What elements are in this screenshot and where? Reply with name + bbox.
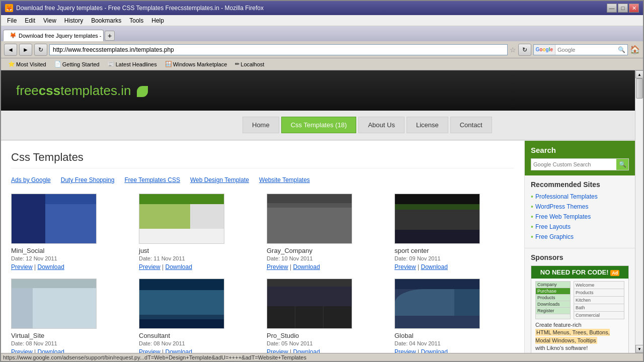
download-link-sport-center[interactable]: Download <box>421 263 447 270</box>
sidebar-search-button[interactable]: 🔍 <box>616 159 628 170</box>
bookmark-latest-headlines[interactable]: 📰 Latest Headlines <box>105 60 160 68</box>
download-link-gray-company[interactable]: Download <box>293 263 319 270</box>
tab-0[interactable]: 🦊 Download free Jquery templates - Free … <box>3 30 104 41</box>
download-link-consultant[interactable]: Download <box>165 348 192 353</box>
preview-link-virtual-site[interactable]: Preview <box>11 348 33 353</box>
search-go-icon[interactable]: 🔍 <box>616 46 627 53</box>
download-link-just[interactable]: Download <box>165 263 192 270</box>
template-name-mini-social: Mini_Social <box>11 247 131 254</box>
download-link-mini-social[interactable]: Download <box>37 263 64 270</box>
template-item-mini-social: Mini_Social Date: 12 Nov 2011 Preview | … <box>11 194 131 270</box>
ad-headline: NO NEED FOR CODE! Ad <box>531 266 628 279</box>
scrollbar-down-button[interactable]: ▼ <box>635 345 643 353</box>
menu-view[interactable]: View <box>39 16 60 25</box>
template-thumb-pro-studio <box>267 279 352 329</box>
bookmark-getting-started-label: Getting Started <box>62 61 100 67</box>
ad-link-duty-free[interactable]: Duty Free Shopping <box>61 176 115 184</box>
preview-link-sport-center[interactable]: Preview <box>394 263 416 270</box>
nav-license[interactable]: License <box>407 117 448 133</box>
template-date-global: Date: 04 Nov 2011 <box>394 340 514 346</box>
sponsor-menu-downloads[interactable]: Downloads <box>536 301 570 308</box>
status-text: https://www.google.com/adsense/support/b… <box>3 354 306 360</box>
preview-link-global[interactable]: Preview <box>394 348 416 353</box>
menu-tools[interactable]: Tools <box>125 16 147 25</box>
back-button[interactable]: ◄ <box>4 44 17 56</box>
reload-button[interactable]: ↻ <box>34 44 47 56</box>
nav-home[interactable]: Home <box>243 117 279 133</box>
template-thumb-just <box>139 194 224 244</box>
preview-link-mini-social[interactable]: Preview <box>11 263 33 270</box>
scrollbar-thumb[interactable] <box>636 78 643 99</box>
ad-link-free-templates[interactable]: Free Templates CSS <box>124 176 180 184</box>
site-logo: freecsstemplates.in <box>16 83 148 99</box>
home-button[interactable]: 🏠 <box>630 45 640 54</box>
submenu-products: Products <box>574 289 624 297</box>
window-controls[interactable]: — □ ✕ <box>607 4 639 13</box>
download-link-virtual-site[interactable]: Download <box>37 348 64 353</box>
link-wordpress-themes[interactable]: WordPress Themes <box>535 203 589 210</box>
ad-link-web-design[interactable]: Web Design Template <box>190 176 249 184</box>
search-engine-badge: Google <box>534 45 555 55</box>
template-date-pro-studio: Date: 05 Nov 2011 <box>267 340 386 346</box>
sponsor-menu-products[interactable]: Products <box>536 295 570 301</box>
template-links-virtual-site: Preview | Download <box>11 348 131 353</box>
recommended-sites-section: Recommended Sites Professional Templates… <box>525 175 635 248</box>
preview-link-pro-studio[interactable]: Preview <box>267 348 288 353</box>
template-name-consultant: Consultant <box>139 332 259 339</box>
bookmark-getting-started[interactable]: 📄 Getting Started <box>51 60 103 68</box>
preview-link-consultant[interactable]: Preview <box>139 348 160 353</box>
template-links-global: Preview | Download <box>394 348 514 353</box>
link-free-graphics[interactable]: Free Graphics <box>535 233 574 240</box>
bookmark-localhost[interactable]: ✏ Localhost <box>232 60 267 68</box>
minimize-button[interactable]: — <box>607 4 617 13</box>
sponsor-menu-company[interactable]: Company <box>536 282 570 288</box>
close-button[interactable]: ✕ <box>629 4 639 13</box>
scrollbar-up-button[interactable]: ▲ <box>635 70 643 78</box>
menu-history[interactable]: History <box>60 16 87 25</box>
link-free-web-templates[interactable]: Free Web Templates <box>535 213 591 220</box>
preview-link-gray-company[interactable]: Preview <box>267 263 288 270</box>
sponsors-section: Sponsors NO NEED FOR CODE! Ad Company Pu… <box>525 248 635 353</box>
nav-about[interactable]: About Us <box>358 117 404 133</box>
nav-css-templates[interactable]: Css Templates (18) <box>281 117 357 133</box>
template-thumb-virtual-site <box>11 279 97 329</box>
ad-link-ads-by-google[interactable]: Ads by Google <box>11 176 51 184</box>
template-thumb-mini-social <box>11 194 97 244</box>
forward-button[interactable]: ► <box>19 44 32 56</box>
sponsor-menu-register[interactable]: Register <box>536 308 570 314</box>
refresh-button[interactable]: ↻ <box>518 44 531 56</box>
logo-css: css <box>39 83 60 98</box>
localhost-icon: ✏ <box>235 61 239 67</box>
address-input[interactable] <box>49 44 508 55</box>
template-date-sport-center: Date: 09 Nov 2011 <box>394 255 514 261</box>
link-free-layouts[interactable]: Free Layouts <box>535 223 571 230</box>
ad-link-website-templates[interactable]: Website Templates <box>259 176 310 184</box>
preview-link-just[interactable]: Preview <box>139 263 160 270</box>
template-name-pro-studio: Pro_Studio <box>267 332 386 339</box>
new-tab-button[interactable]: + <box>105 31 115 41</box>
nav-contact[interactable]: Contact <box>450 117 492 133</box>
template-date-virtual-site: Date: 08 Nov 2011 <box>11 340 131 346</box>
bookmark-windows-marketplace[interactable]: 🪟 Windows Marketplace <box>162 60 230 68</box>
sidebar-search-input[interactable] <box>531 159 616 170</box>
templates-area: Css Templates Ads by Google Duty Free Sh… <box>1 141 524 353</box>
bookmark-star-icon[interactable]: ☆ <box>510 46 516 54</box>
sponsor-menu-purchase[interactable]: Purchase <box>536 288 570 295</box>
bookmark-most-visited-label: Most Visited <box>16 61 46 67</box>
title-bar: 🦊 Download free Jquery templates - Free … <box>1 1 643 15</box>
scrollbar[interactable]: ▲ ▼ <box>635 70 643 353</box>
maximize-button[interactable]: □ <box>618 4 628 13</box>
menu-bookmarks[interactable]: Bookmarks <box>87 16 125 25</box>
windows-marketplace-icon: 🪟 <box>165 61 172 67</box>
search-input[interactable] <box>555 46 616 54</box>
bookmark-most-visited[interactable]: ⭐ Most Visited <box>5 60 49 68</box>
download-link-global[interactable]: Download <box>421 348 447 353</box>
menu-edit[interactable]: Edit <box>21 16 39 25</box>
menu-help[interactable]: Help <box>147 16 168 25</box>
template-date-consultant: Date: 08 Nov 2011 <box>139 340 259 346</box>
list-item-wordpress-themes: WordPress Themes <box>531 203 629 211</box>
template-links-pro-studio: Preview | Download <box>267 348 386 353</box>
link-professional-templates[interactable]: Professional Templates <box>535 193 598 200</box>
menu-file[interactable]: File <box>3 16 21 25</box>
download-link-pro-studio[interactable]: Download <box>293 348 319 353</box>
